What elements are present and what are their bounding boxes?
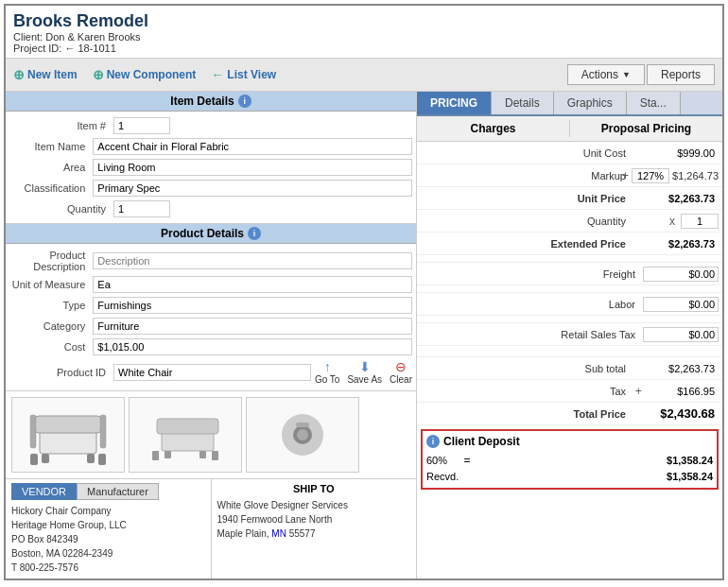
total-price-value: $2,430.68: [633, 406, 719, 421]
manufacturer-tab[interactable]: Manufacturer: [77, 483, 159, 500]
svg-rect-12: [165, 451, 171, 458]
ship-to-text: White Glove Designer Services 1940 Fernw…: [217, 498, 411, 541]
category-input[interactable]: [93, 318, 412, 335]
svg-rect-10: [152, 451, 159, 460]
image-thumbnail-3[interactable]: [246, 397, 359, 473]
cost-row: Cost: [6, 337, 416, 357]
quantity-pricing-label: Quantity: [421, 216, 633, 227]
uom-input[interactable]: [93, 276, 412, 293]
charges-header: Charges: [417, 120, 570, 137]
vendor-tab[interactable]: VENDOR: [11, 483, 77, 500]
product-id-label: Product ID: [9, 367, 113, 378]
plus-icon-2: ⊕: [93, 67, 104, 82]
extended-price-label: Extended Price: [421, 238, 633, 250]
svg-rect-0: [40, 430, 96, 454]
chair-image-2: [138, 402, 233, 468]
client-name: Client: Don & Karen Brooks: [13, 31, 715, 43]
vendor-text: Hickory Chair Company Heritage Home Grou…: [11, 504, 205, 575]
actions-button[interactable]: Actions ▼: [567, 64, 645, 85]
svg-rect-11: [212, 451, 218, 460]
project-id: Project ID: ← 18-1011: [13, 43, 715, 54]
classification-input[interactable]: [93, 180, 412, 197]
item-number-input[interactable]: [113, 117, 170, 134]
deposit-amount-row: 60% = $1,358.24: [426, 452, 713, 469]
clear-icon: ⊖: [395, 359, 407, 374]
item-name-label: Item Name: [9, 141, 93, 152]
svg-rect-5: [87, 454, 95, 463]
unit-price-row: Unit Price $2,263.73: [417, 187, 722, 210]
svg-rect-4: [42, 454, 49, 463]
classification-label: Classification: [9, 182, 93, 194]
image-thumbnail-2[interactable]: [129, 397, 242, 473]
product-id-input[interactable]: [113, 364, 311, 381]
deposit-recvd-label: Recvd.: [426, 471, 474, 482]
retail-tax-input[interactable]: [643, 327, 719, 342]
tab-graphics[interactable]: Graphics: [554, 92, 627, 114]
retail-tax-row: Retail Sales Tax: [417, 323, 722, 346]
freight-input[interactable]: [643, 267, 719, 282]
item-details-header: Item Details i: [6, 92, 416, 112]
deposit-recvd-row: Recvd. $1,358.24: [426, 469, 713, 484]
deposit-info-icon: i: [426, 435, 440, 448]
camera-icon: [279, 411, 326, 458]
uom-row: Unit of Measure: [6, 274, 416, 295]
type-input[interactable]: [93, 297, 412, 314]
product-details-header: Product Details i: [6, 224, 416, 244]
client-deposit-section: i Client Deposit 60% = $1,358.24 Recvd. …: [421, 429, 719, 490]
markup-pct-input[interactable]: [632, 168, 669, 183]
unit-cost-row: Unit Cost $999.00: [417, 142, 722, 164]
freight-label: Freight: [421, 268, 643, 280]
labor-input[interactable]: [643, 297, 719, 312]
tax-plus-operator: +: [633, 385, 643, 398]
svg-rect-17: [296, 423, 309, 427]
list-view-button[interactable]: ← List View: [211, 67, 276, 82]
ship-to-header: SHIP TO: [217, 483, 411, 494]
pricing-header: Charges Proposal Pricing: [417, 116, 722, 142]
deposit-pct: 60%: [426, 455, 459, 466]
saveas-button[interactable]: ⬇ Save As: [347, 359, 382, 385]
classification-row: Classification: [6, 178, 416, 199]
proposal-header: Proposal Pricing: [570, 120, 722, 137]
extended-price-value: $2,263.73: [633, 238, 719, 250]
deposit-eq: =: [459, 454, 475, 467]
clear-button[interactable]: ⊖ Clear: [390, 359, 412, 385]
labor-row: Labor: [417, 293, 722, 316]
product-desc-row: Product Description: [6, 248, 416, 274]
unit-cost-label: Unit Cost: [421, 147, 633, 159]
deposit-recvd-value: $1,358.24: [474, 471, 713, 482]
tab-pricing[interactable]: PRICING: [417, 92, 492, 114]
type-row: Type: [6, 295, 416, 316]
tax-label: Tax: [421, 386, 633, 397]
category-label: Category: [9, 320, 93, 332]
total-price-label: Total Price: [421, 408, 633, 420]
item-number-row: Item #: [6, 115, 416, 136]
cost-input[interactable]: [93, 338, 412, 355]
product-details-info-icon[interactable]: i: [248, 227, 261, 240]
new-item-button[interactable]: ⊕ New Item: [13, 67, 78, 82]
arrow-left-icon: ←: [211, 67, 224, 82]
item-number-label: Item #: [9, 120, 113, 131]
tax-row: Tax + $166.95: [417, 380, 722, 403]
image-thumbnail-1[interactable]: [11, 397, 125, 473]
item-details-info-icon[interactable]: i: [238, 95, 251, 108]
quantity-input[interactable]: [113, 200, 170, 217]
tabs-row: PRICING Details Graphics Sta...: [417, 92, 722, 116]
reports-button[interactable]: Reports: [647, 64, 715, 85]
new-component-button[interactable]: ⊕ New Component: [93, 67, 197, 82]
goto-button[interactable]: ↑ Go To: [315, 359, 340, 385]
subtotal-label: Sub total: [421, 363, 633, 374]
tab-status[interactable]: Sta...: [627, 92, 681, 114]
svg-rect-1: [35, 416, 101, 433]
goto-icon: ↑: [324, 359, 331, 374]
image-row: [6, 390, 416, 478]
client-deposit-label: Client Deposit: [443, 435, 520, 448]
tab-details[interactable]: Details: [492, 92, 554, 114]
svg-point-16: [297, 429, 308, 440]
item-name-input[interactable]: [93, 138, 412, 155]
quantity-pricing-input[interactable]: [681, 214, 719, 229]
product-desc-input[interactable]: [93, 252, 412, 269]
subtotal-row: Sub total $2,263.73: [417, 357, 722, 380]
svg-rect-6: [30, 415, 36, 448]
area-input[interactable]: [93, 159, 412, 176]
type-label: Type: [9, 300, 93, 311]
